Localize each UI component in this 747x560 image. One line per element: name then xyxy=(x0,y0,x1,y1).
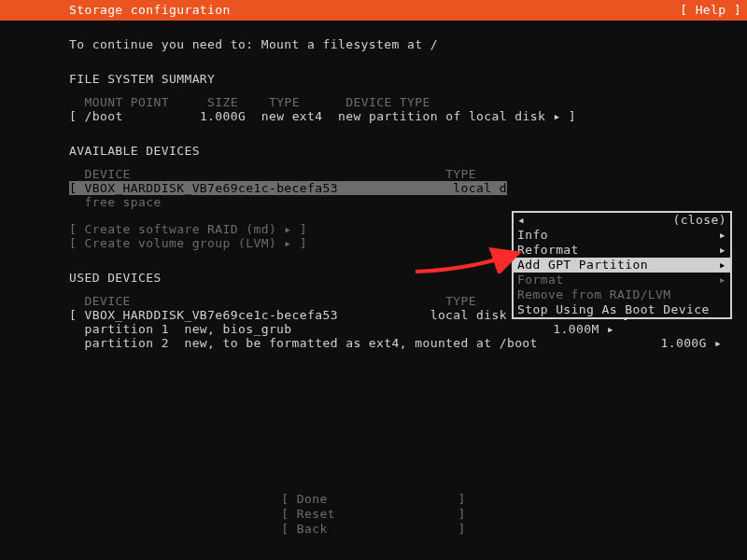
instruction-text: To continue you need to: Mount a filesys… xyxy=(69,37,747,51)
menu-item-label: Format xyxy=(517,273,563,287)
menu-item-label: Stop Using As Boot Device xyxy=(517,302,710,317)
menu-item-add-gpt-partition[interactable]: Add GPT Partition▸ xyxy=(514,258,730,273)
fss-heading: FILE SYSTEM SUMMARY xyxy=(69,72,747,86)
menu-close[interactable]: ◂(close) xyxy=(514,213,730,228)
fss-columns: MOUNT POINT SIZE TYPE DEVICE TYPE xyxy=(69,95,747,109)
menu-item-label: Info xyxy=(517,228,548,243)
done-button[interactable]: [ Done ] xyxy=(0,492,747,507)
menu-item-info[interactable]: Info▸ xyxy=(514,228,730,243)
used-row[interactable]: partition 2 new, to be formatted as ext4… xyxy=(69,336,747,350)
back-button[interactable]: [ Back ] xyxy=(0,522,747,537)
avail-columns: DEVICE TYPE xyxy=(69,167,747,181)
avail-heading: AVAILABLE DEVICES xyxy=(69,144,747,158)
reset-button[interactable]: [ Reset ] xyxy=(0,507,747,522)
chevron-right-icon: ▸ xyxy=(719,273,726,287)
menu-item-stop-using-as-boot-device[interactable]: Stop Using As Boot Device xyxy=(514,302,730,317)
used-row[interactable]: partition 1 new, bios_grub 1.000M ▸ xyxy=(69,322,747,336)
file-system-summary: FILE SYSTEM SUMMARY MOUNT POINT SIZE TYP… xyxy=(69,72,747,123)
menu-item-remove-from-raid-lvm: Remove from RAID/LVM xyxy=(514,287,730,302)
avail-free-space[interactable]: free space xyxy=(69,195,747,209)
menu-item-label: Add GPT Partition xyxy=(517,258,648,273)
help-button[interactable]: [ Help ] xyxy=(680,0,741,21)
menu-item-format: Format▸ xyxy=(514,273,730,287)
menu-item-label: Reformat xyxy=(517,243,579,258)
footer-actions: [ Done ] [ Reset ] [ Back ] xyxy=(0,492,747,537)
chevron-left-icon: ◂ xyxy=(517,213,525,228)
chevron-right-icon: ▸ xyxy=(719,243,726,258)
title-bar: Storage configuration [ Help ] xyxy=(0,0,747,21)
chevron-right-icon: ▸ xyxy=(719,258,726,273)
fss-row[interactable]: [ /boot 1.000G new ext4 new partition of… xyxy=(69,109,747,123)
avail-device-row[interactable]: [ VBOX_HARDDISK_VB7e69ce1c-becefa53 loca… xyxy=(69,181,747,195)
chevron-right-icon: ▸ xyxy=(719,228,726,243)
page-title: Storage configuration xyxy=(69,0,231,21)
device-context-menu: ◂(close) Info▸Reformat▸Add GPT Partition… xyxy=(512,211,732,319)
menu-item-label: Remove from RAID/LVM xyxy=(517,287,671,302)
menu-item-reformat[interactable]: Reformat▸ xyxy=(514,243,730,258)
